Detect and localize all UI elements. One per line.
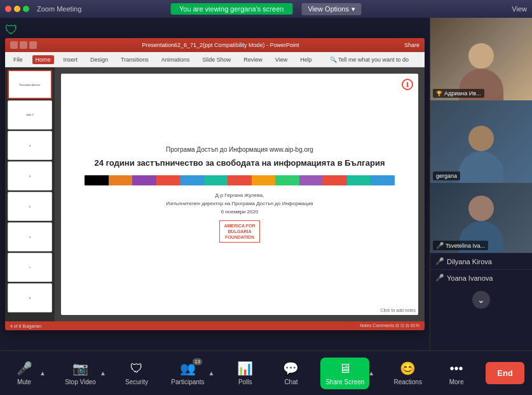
- maximize-button[interactable]: [23, 6, 29, 12]
- gergana-avatar: [459, 126, 503, 183]
- tsvetelina-name-tag: 🎤 Tsvetelina Iva...: [433, 241, 488, 250]
- ppt-minimize[interactable]: [20, 41, 27, 49]
- security-label: Security: [125, 378, 148, 385]
- ppt-maximize[interactable]: [29, 41, 37, 49]
- window-title: Zoom Meeting: [37, 5, 81, 13]
- polls-button[interactable]: 📊 Polls: [229, 357, 262, 389]
- slide-header: Програма Достъп до Информация www.aip-bg…: [166, 146, 313, 153]
- more-button[interactable]: ••• More: [440, 358, 473, 389]
- polls-group: 📊 Polls: [229, 357, 262, 389]
- star-icon: 🏆: [436, 91, 442, 97]
- main-area: 🛡 Presentation62_6_71_2(ppt Compatibilit…: [0, 18, 532, 351]
- mic-off-icon-yoana: 🎤: [435, 274, 444, 282]
- mute-button[interactable]: 🎤 Mute: [8, 357, 41, 389]
- camera-icon: 📷: [72, 361, 88, 376]
- close-button[interactable]: [5, 6, 11, 12]
- slide-author: Д-р Гергана Жулева, Изпълнителен директо…: [166, 192, 313, 216]
- presentation-area: 🛡 Presentation62_6_71_2(ppt Compatibilit…: [0, 18, 430, 351]
- stop-video-caret[interactable]: ▲: [99, 368, 107, 378]
- bottom-toolbar: 🎤 Mute ▲ 📷 Stop Video ▲ 🛡 Security 👥 13 …: [0, 351, 532, 395]
- ribbon-tab-animations[interactable]: Animations: [158, 55, 193, 64]
- slide-logo: AMERICA FOR BULGARIA FOUNDATION: [219, 220, 259, 243]
- mute-icon: 🎤: [17, 361, 32, 376]
- chat-group: 💬 Chat: [275, 357, 308, 389]
- ribbon-tab-review[interactable]: Review: [240, 55, 266, 64]
- share-screen-icon: 🖥: [339, 361, 351, 376]
- ribbon-tab-insert[interactable]: Insert: [60, 55, 81, 64]
- participants-label: Participants: [171, 378, 204, 385]
- mute-caret[interactable]: ▲: [38, 368, 47, 378]
- share-screen-button[interactable]: 🖥 Share Screen: [320, 358, 369, 389]
- ribbon-tab-slideshow[interactable]: Slide Show: [199, 55, 234, 64]
- shield-icon: 🛡: [5, 23, 18, 37]
- mic-off-icon-dilyana: 🎤: [435, 257, 444, 265]
- slide-color-bar: [85, 175, 395, 185]
- title-bar-left: Zoom Meeting: [5, 5, 81, 13]
- participants-group: 👥 13 Participants ▲: [166, 357, 215, 389]
- ribbon-tab-file[interactable]: File: [10, 55, 26, 64]
- participants-button[interactable]: 👥 13 Participants: [166, 357, 209, 389]
- slide-thumb-3[interactable]: 3: [8, 131, 52, 160]
- minimize-button[interactable]: [14, 6, 20, 12]
- more-icon: •••: [450, 361, 463, 376]
- statusbar-right: Notes Comments ⊟ ⊡ ⊟ 61%: [360, 323, 419, 328]
- share-screen-caret[interactable]: ▲: [367, 368, 376, 378]
- ribbon-tab-design[interactable]: Design: [87, 55, 111, 64]
- participant-row-dilyana: 🎤 Dilyana Kirova: [430, 253, 532, 269]
- more-group: ••• More: [440, 358, 473, 389]
- chat-button[interactable]: 💬 Chat: [275, 357, 308, 389]
- slide-content: ℹ Програма Достъп до Информация www.aip-…: [61, 74, 418, 315]
- participant-video-tsvetelina: 🎤 Tsvetelina Iva...: [430, 183, 532, 253]
- ppt-close[interactable]: [10, 41, 18, 49]
- ribbon-tab-help[interactable]: Help: [297, 55, 315, 64]
- security-button[interactable]: 🛡 Security: [120, 358, 153, 389]
- ribbon-tab-home[interactable]: Home: [32, 55, 54, 64]
- ppt-titlebar: Presentation62_6_71_2(ppt Compatibility …: [5, 38, 425, 52]
- scroll-down-button[interactable]: ⌄: [472, 291, 490, 309]
- polls-icon: 📊: [237, 361, 253, 376]
- security-icon: 🛡: [130, 361, 143, 376]
- participants-count-badge: 13: [193, 358, 202, 365]
- ppt-body: Програма Достъп slide 2 3 4 5: [5, 67, 425, 321]
- view-options-button[interactable]: View Options ▾: [301, 3, 362, 15]
- chat-icon: 💬: [283, 361, 299, 376]
- slide-title: 24 години застъпничество за свободата на…: [94, 158, 385, 169]
- main-slide-area[interactable]: ℹ Програма Достъп до Информация www.aip-…: [55, 67, 425, 321]
- ribbon-tab-transitions[interactable]: Transitions: [118, 55, 152, 64]
- slide-thumb-1[interactable]: Програма Достъп: [8, 70, 52, 99]
- mute-label: Mute: [17, 378, 31, 385]
- slide-thumb-6[interactable]: 6: [8, 222, 52, 251]
- slide-thumb-7[interactable]: 7: [8, 253, 52, 282]
- slide-thumb-4[interactable]: 4: [8, 161, 52, 191]
- share-screen-group: 🖥 Share Screen ▲: [320, 358, 376, 389]
- end-button[interactable]: End: [486, 362, 524, 384]
- slide-thumb-8[interactable]: 8: [8, 283, 52, 312]
- title-bar: Zoom Meeting You are viewing gergana's s…: [0, 0, 532, 18]
- participant-video-gergana: gergana: [430, 100, 532, 183]
- ppt-statusbar: 4 of 8 Bulgarian Notes Comments ⊟ ⊡ ⊟ 61…: [5, 321, 425, 330]
- viewing-banner-container: You are viewing gergana's screen View Op…: [170, 3, 362, 15]
- stop-video-button[interactable]: 📷 Stop Video: [60, 357, 101, 389]
- ppt-share-btn[interactable]: Share: [404, 42, 419, 48]
- adriana-name-tag: 🏆 Адриана Ив...: [433, 89, 484, 98]
- mute-group: 🎤 Mute ▲: [8, 357, 47, 389]
- slide-thumb-5[interactable]: 5: [8, 192, 52, 221]
- scroll-down-container[interactable]: ⌄: [430, 286, 532, 314]
- ppt-window-controls[interactable]: [10, 41, 37, 49]
- slide-footer: Click to add notes: [380, 308, 416, 312]
- reactions-group: 😊 Reactions: [388, 357, 426, 389]
- reactions-icon: 😊: [400, 361, 416, 376]
- polls-label: Polls: [238, 378, 252, 385]
- slides-panel[interactable]: Програма Достъп slide 2 3 4 5: [5, 67, 55, 321]
- viewing-banner: You are viewing gergana's screen: [170, 3, 292, 15]
- slide-thumb-2[interactable]: slide 2: [8, 100, 52, 130]
- security-group: 🛡 Security: [120, 358, 153, 389]
- more-label: More: [449, 378, 464, 385]
- ppt-ribbon: File Home Insert Design Transitions Anim…: [5, 52, 425, 67]
- ppt-title: Presentation62_6_71_2(ppt Compatibility …: [37, 42, 404, 48]
- reactions-button[interactable]: 😊 Reactions: [388, 357, 426, 389]
- ribbon-search[interactable]: 🔍 Tell me what you want to do: [327, 55, 412, 64]
- window-controls[interactable]: [5, 6, 29, 12]
- reactions-label: Reactions: [393, 378, 421, 385]
- ribbon-tab-view[interactable]: View: [272, 55, 290, 64]
